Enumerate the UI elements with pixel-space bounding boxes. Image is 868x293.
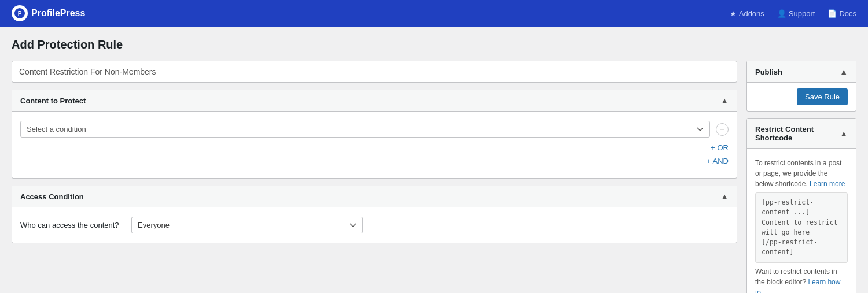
content-to-protect-toggle[interactable]: ▲ xyxy=(720,96,729,105)
content-to-protect-header: Content to Protect ▲ xyxy=(12,90,737,112)
save-rule-button[interactable]: Save Rule xyxy=(797,88,848,105)
access-label: Who can access the content? xyxy=(20,221,124,229)
page-title: Add Protection Rule xyxy=(12,38,856,51)
and-section: + AND xyxy=(20,157,729,165)
condition-row: Select a condition − xyxy=(20,121,729,138)
header: P ProfilePress ★ Addons 👤 Support 📄 Docs xyxy=(0,0,868,27)
publish-panel-toggle[interactable]: ▲ xyxy=(840,67,848,76)
restrict-shortcode-header: Restrict Content Shortcode ▲ xyxy=(747,119,856,149)
publish-panel: Publish ▲ Save Rule xyxy=(746,61,856,112)
content-wrapper: Content to Protect ▲ Select a condition … xyxy=(12,61,856,293)
docs-icon: 📄 xyxy=(827,9,837,18)
or-link[interactable]: + OR xyxy=(711,143,729,152)
access-condition-panel: Access Condition ▲ Who can access the co… xyxy=(12,186,737,243)
publish-panel-header: Publish ▲ xyxy=(747,61,856,83)
publish-panel-title: Publish xyxy=(755,68,782,76)
block-editor-text: Want to restrict contents in the block e… xyxy=(755,266,848,294)
condition-select[interactable]: Select a condition xyxy=(20,121,710,138)
access-condition-header: Access Condition ▲ xyxy=(12,186,737,207)
left-column: Content to Protect ▲ Select a condition … xyxy=(12,61,737,243)
and-link[interactable]: + AND xyxy=(707,157,729,165)
content-to-protect-title: Content to Protect xyxy=(20,97,86,105)
restrict-shortcode-title: Restrict Content Shortcode xyxy=(755,125,840,142)
restrict-shortcode-body: To restrict contents in a post or page, … xyxy=(747,149,856,293)
nav-support[interactable]: 👤 Support xyxy=(777,9,815,18)
main-content: Add Protection Rule Content to Protect ▲… xyxy=(0,27,868,293)
nav-support-label: Support xyxy=(789,9,815,18)
nav-docs-label: Docs xyxy=(839,9,856,18)
content-to-protect-body: Select a condition − + OR + AND xyxy=(12,112,737,178)
publish-panel-body: Save Rule xyxy=(747,83,856,111)
restrict-shortcode-panel: Restrict Content Shortcode ▲ To restrict… xyxy=(746,118,856,293)
logo-text: ProfilePress xyxy=(31,8,85,18)
header-nav: ★ Addons 👤 Support 📄 Docs xyxy=(730,9,856,18)
logo: P ProfilePress xyxy=(12,5,85,21)
shortcode-description: To restrict contents in a post or page, … xyxy=(755,158,848,189)
restrict-shortcode-toggle[interactable]: ▲ xyxy=(840,129,848,138)
right-column: Publish ▲ Save Rule Restrict Content Sho… xyxy=(746,61,856,293)
shortcode-line1: [pp-restrict-content ...] xyxy=(762,198,841,218)
remove-condition-button[interactable]: − xyxy=(716,123,729,136)
nav-docs[interactable]: 📄 Docs xyxy=(827,9,856,18)
access-condition-body: Who can access the content? Everyone Log… xyxy=(12,207,737,243)
access-select[interactable]: Everyone Logged In Users Logged Out User… xyxy=(131,217,363,233)
logo-icon: P xyxy=(12,5,28,21)
shortcode-box: [pp-restrict-content ...] Content to res… xyxy=(755,192,848,263)
content-to-protect-panel: Content to Protect ▲ Select a condition … xyxy=(12,90,737,179)
nav-addons-label: Addons xyxy=(739,9,764,18)
access-row: Who can access the content? Everyone Log… xyxy=(20,217,729,233)
nav-addons[interactable]: ★ Addons xyxy=(730,9,764,18)
access-condition-title: Access Condition xyxy=(20,192,84,201)
logo-icon-inner: P xyxy=(14,8,25,18)
shortcode-line3: [/pp-restrict-content] xyxy=(762,238,841,258)
access-condition-toggle[interactable]: ▲ xyxy=(720,192,729,201)
or-section: + OR xyxy=(20,143,729,152)
addons-icon: ★ xyxy=(730,9,737,18)
learn-more-link[interactable]: Learn more xyxy=(810,180,845,188)
support-icon: 👤 xyxy=(777,9,786,18)
rule-title-input[interactable] xyxy=(12,61,737,83)
shortcode-line2: Content to restrict will go here xyxy=(762,218,841,238)
minus-icon: − xyxy=(719,125,724,134)
